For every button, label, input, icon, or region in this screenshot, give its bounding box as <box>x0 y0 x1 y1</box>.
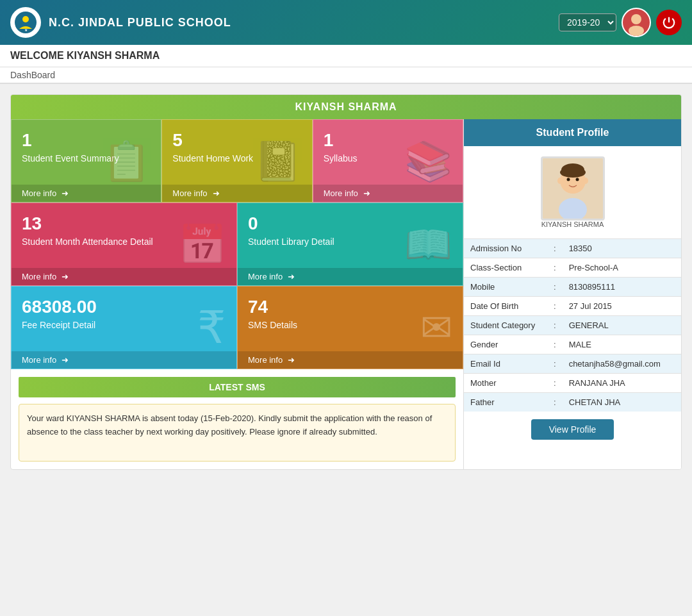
profile-row-4: Student Category : GENERAL <box>464 316 681 335</box>
profile-row-7: Mother : RANJANA JHA <box>464 374 681 393</box>
fee-number: 68308.00 <box>22 297 226 317</box>
profile-field-value: 27 Jul 2015 <box>563 297 681 316</box>
profile-row-0: Admission No : 18350 <box>464 239 681 258</box>
sms-title: LATEST SMS <box>19 377 456 397</box>
profile-field-value: GENERAL <box>563 316 681 335</box>
event-more-info[interactable]: More info <box>12 185 161 202</box>
svg-point-3 <box>631 14 641 24</box>
profile-field-label: Mobile <box>464 278 547 297</box>
library-icon: 📖 <box>404 222 452 267</box>
syllabus-arrow-icon <box>361 188 370 198</box>
svg-point-9 <box>566 178 570 181</box>
card-fee: 68308.00 Fee Receipt Detail ₹ More info <box>11 286 237 369</box>
profile-field-label: Email Id <box>464 354 547 374</box>
event-icon: 📋 <box>103 138 151 184</box>
profile-field-label: Gender <box>464 335 547 354</box>
card-library: 0 Student Library Detail 📖 More info <box>237 203 463 286</box>
dashboard-title: KIYANSH SHARMA <box>11 95 681 119</box>
card-sms: 74 SMS Details ✉ More info <box>237 286 463 369</box>
school-name: N.C. JINDAL PUBLIC SCHOOL <box>49 16 231 29</box>
welcome-bar: WELCOME KIYANSH SHARMA <box>0 45 692 67</box>
sms-more-info-label: More info <box>248 355 283 365</box>
breadcrumb: DashBoard <box>0 67 692 84</box>
profile-field-colon: : <box>547 374 563 393</box>
profile-photo-container: KIYANSH SHARMA <box>464 146 681 238</box>
profile-field-colon: : <box>547 297 563 316</box>
profile-field-value: Pre-School-A <box>563 258 681 278</box>
attendance-arrow-icon <box>59 272 69 281</box>
homework-arrow-icon <box>210 188 220 198</box>
profile-field-value: MALE <box>563 335 681 354</box>
syllabus-more-info-label: More info <box>324 188 358 198</box>
profile-field-colon: : <box>547 316 563 335</box>
profile-field-colon: : <box>547 278 563 297</box>
profile-row-2: Mobile : 8130895111 <box>464 278 681 297</box>
profile-field-value: RANJANA JHA <box>563 374 681 393</box>
logout-button[interactable] <box>656 10 682 35</box>
profile-field-label: Admission No <box>464 239 547 258</box>
attendance-more-info-label: More info <box>22 272 56 281</box>
profile-field-value: chetanjha58@gmail.com <box>563 354 681 374</box>
profile-field-value: CHETAN JHA <box>563 393 681 412</box>
svg-point-1 <box>22 16 29 22</box>
profile-field-colon: : <box>547 239 563 258</box>
profile-field-label: Mother <box>464 374 547 393</box>
svg-point-12 <box>583 178 588 184</box>
sms-section: LATEST SMS Your ward KIYANSH SHARMA is a… <box>11 369 463 469</box>
cards-row-1: 1 Student Event Summary 📋 More info 5 St… <box>11 119 463 203</box>
attendance-more-info[interactable]: More info <box>12 268 236 285</box>
svg-point-8 <box>560 167 586 178</box>
profile-row-3: Date Of Birth : 27 Jul 2015 <box>464 297 681 316</box>
school-logo: ★ <box>10 7 41 38</box>
profile-field-colon: : <box>547 258 563 278</box>
welcome-text: WELCOME KIYANSH SHARMA <box>10 50 160 61</box>
svg-text:★: ★ <box>24 28 28 32</box>
library-more-info[interactable]: More info <box>238 268 463 285</box>
profile-field-label: Class-Section <box>464 258 547 278</box>
fee-label: Fee Receipt Detail <box>22 320 226 330</box>
syllabus-icon: 📚 <box>404 138 452 184</box>
profile-row-1: Class-Section : Pre-School-A <box>464 258 681 278</box>
sms-arrow-icon <box>285 355 295 365</box>
profile-field-value: 18350 <box>563 239 681 258</box>
svg-point-11 <box>557 178 563 184</box>
syllabus-more-info[interactable]: More info <box>313 185 463 202</box>
card-homework: 5 Student Home Work 📓 More info <box>161 119 312 203</box>
year-select[interactable]: 2019-20 2020-21 <box>559 13 616 31</box>
sms-message: Your ward KIYANSH SHARMA is absent today… <box>19 404 456 462</box>
main-content: KIYANSH SHARMA 1 Student Event Summary 📋… <box>0 84 692 480</box>
dashboard-box: KIYANSH SHARMA 1 Student Event Summary 📋… <box>10 94 682 470</box>
profile-row-8: Father : CHETAN JHA <box>464 393 681 412</box>
photo-frame <box>541 156 605 221</box>
photo-label: KIYANSH SHARMA <box>541 221 605 233</box>
card-event: 1 Student Event Summary 📋 More info <box>11 119 161 203</box>
fee-arrow-icon <box>59 355 69 365</box>
profile-field-label: Date Of Birth <box>464 297 547 316</box>
library-arrow-icon <box>285 272 295 281</box>
attendance-icon: 📅 <box>178 222 226 267</box>
fee-more-info[interactable]: More info <box>12 351 236 369</box>
right-panel: Student Profile <box>463 119 681 469</box>
profile-table: Admission No : 18350 Class-Section : Pre… <box>464 238 681 412</box>
event-arrow-icon <box>59 188 69 198</box>
card-attendance: 13 Student Month Attendance Detail 📅 Mor… <box>11 203 237 286</box>
avatar <box>622 8 651 37</box>
profile-field-label: Father <box>464 393 547 412</box>
profile-field-label: Student Category <box>464 316 547 335</box>
cards-row-3: 68308.00 Fee Receipt Detail ₹ More info … <box>11 286 463 369</box>
profile-row-5: Gender : MALE <box>464 335 681 354</box>
breadcrumb-label: DashBoard <box>10 70 55 80</box>
profile-row-6: Email Id : chetanjha58@gmail.com <box>464 354 681 374</box>
fee-more-info-label: More info <box>22 355 56 365</box>
sms-more-info[interactable]: More info <box>238 351 463 369</box>
homework-more-info[interactable]: More info <box>162 185 311 202</box>
cards-row-2: 13 Student Month Attendance Detail 📅 Mor… <box>11 203 463 286</box>
sms-icon: ✉ <box>420 305 452 350</box>
view-profile-button[interactable]: View Profile <box>531 419 614 440</box>
profile-field-colon: : <box>547 335 563 354</box>
header-right: 2019-20 2020-21 <box>559 8 682 37</box>
svg-point-10 <box>575 178 579 181</box>
profile-title: Student Profile <box>464 119 681 146</box>
library-more-info-label: More info <box>248 272 283 281</box>
profile-field-value: 8130895111 <box>563 278 681 297</box>
